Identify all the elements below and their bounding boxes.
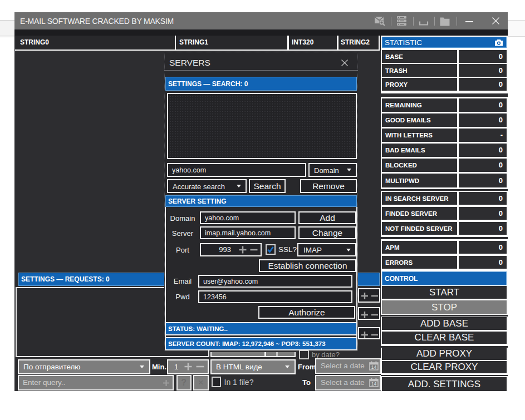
svg-text:14: 14 bbox=[371, 364, 377, 370]
svg-text:14: 14 bbox=[371, 381, 377, 387]
